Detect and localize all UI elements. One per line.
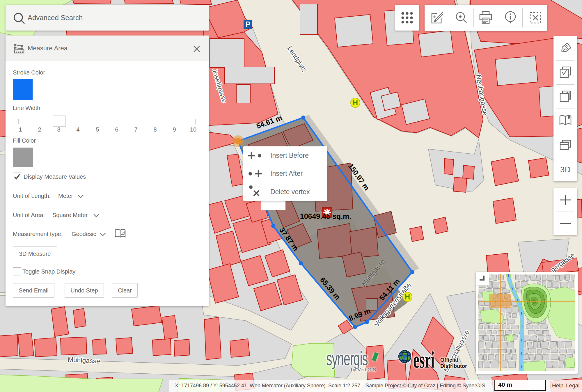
svg-text:?: ? bbox=[122, 231, 124, 235]
svg-text:P: P bbox=[245, 20, 250, 29]
svg-text:Lendplatz: Lendplatz bbox=[286, 45, 308, 73]
svg-text:H: H bbox=[405, 293, 410, 301]
svg-text:H: H bbox=[353, 99, 358, 107]
svg-text:10649.45 sq.m.: 10649.45 sq.m. bbox=[300, 212, 352, 220]
svg-text:Mühlgasse: Mühlgasse bbox=[68, 356, 100, 365]
